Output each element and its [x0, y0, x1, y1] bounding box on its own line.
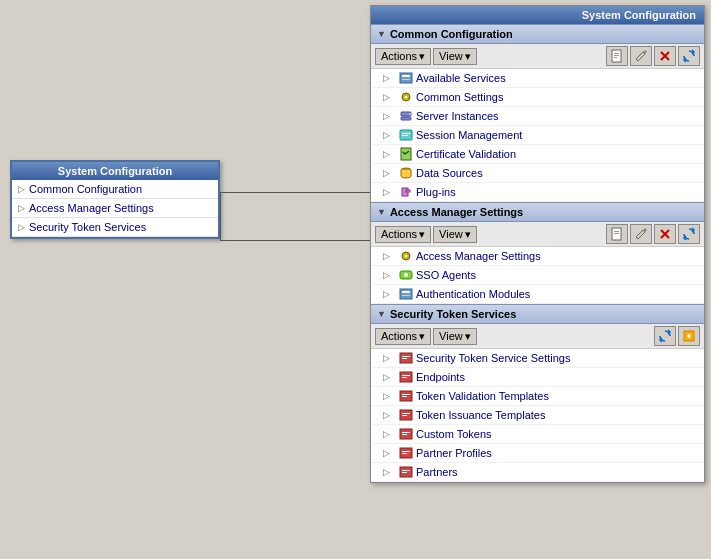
common-config-toolbar: Actions ▾ View ▾: [371, 44, 704, 69]
svg-rect-10: [401, 117, 411, 120]
section-common-config-header[interactable]: ▼ Common Configuration: [371, 24, 704, 44]
tree-item-custom-tokens[interactable]: ▷ Custom Tokens: [371, 425, 704, 444]
sts-extra-icon: [682, 329, 696, 343]
partners-icon: [399, 465, 413, 479]
svg-rect-14: [402, 135, 408, 136]
svg-rect-2: [614, 55, 619, 56]
tree-item-partner-profiles[interactable]: ▷ Partner Profiles: [371, 444, 704, 463]
sso-agents-icon: [399, 268, 413, 282]
connector-line-1: [220, 192, 370, 193]
ams-refresh-icon: [682, 227, 696, 241]
svg-rect-28: [402, 295, 410, 296]
ams-toolbar: Actions ▾ View ▾: [371, 222, 704, 247]
ams-content: ▷ Access Manager Settings ▷ SSO Agents ▷…: [371, 247, 704, 304]
svg-rect-40: [402, 413, 410, 414]
sts-view-button[interactable]: View ▾: [433, 328, 477, 345]
ams-view-button[interactable]: View ▾: [433, 226, 477, 243]
svg-rect-37: [402, 394, 410, 395]
svg-rect-41: [402, 415, 407, 416]
svg-rect-47: [402, 453, 407, 454]
tree-item-endpoints[interactable]: ▷ Endpoints: [371, 368, 704, 387]
left-item-sts-label: Security Token Services: [29, 221, 146, 233]
svg-rect-34: [402, 375, 410, 376]
custom-tokens-icon: [399, 427, 413, 441]
svg-rect-5: [402, 75, 410, 77]
tree-item-token-issuance-templates[interactable]: ▷ Token Issuance Templates: [371, 406, 704, 425]
ams-delete-icon-btn[interactable]: [654, 224, 676, 244]
data-sources-icon: [399, 166, 413, 180]
svg-rect-1: [614, 53, 619, 54]
session-management-icon: [399, 128, 413, 142]
left-item-sts[interactable]: ▷ Security Token Services: [12, 218, 218, 237]
tree-item-data-sources[interactable]: ▷ Data Sources: [371, 164, 704, 183]
common-actions-button[interactable]: Actions ▾: [375, 48, 431, 65]
svg-point-8: [405, 96, 408, 99]
svg-rect-38: [402, 396, 407, 397]
left-item-common-config[interactable]: ▷ Common Configuration: [12, 180, 218, 199]
view-dropdown-icon: ▾: [465, 50, 471, 63]
svg-point-11: [409, 113, 411, 115]
section-ams-label: Access Manager Settings: [390, 206, 523, 218]
tree-item-token-validation-templates[interactable]: ▷ Token Validation Templates: [371, 387, 704, 406]
ams-view-dropdown-icon: ▾: [465, 228, 471, 241]
common-refresh-icon-btn[interactable]: [678, 46, 700, 66]
svg-rect-20: [614, 231, 619, 232]
svg-rect-13: [402, 133, 410, 134]
section-ams-header[interactable]: ▼ Access Manager Settings: [371, 202, 704, 222]
tree-item-plugins[interactable]: ▷ Plug-ins: [371, 183, 704, 202]
common-view-button[interactable]: View ▾: [433, 48, 477, 65]
tree-item-server-instances[interactable]: ▷ Server Instances: [371, 107, 704, 126]
tree-item-sso-agents[interactable]: ▷ SSO Agents: [371, 266, 704, 285]
ams-edit-icon-btn[interactable]: [630, 224, 652, 244]
common-edit-icon-btn[interactable]: [630, 46, 652, 66]
delete-icon: [658, 49, 672, 63]
tree-item-available-services[interactable]: ▷ Available Services: [371, 69, 704, 88]
sts-view-dropdown-icon: ▾: [465, 330, 471, 343]
auth-modules-icon: [399, 287, 413, 301]
partner-profiles-icon: [399, 446, 413, 460]
collapse-sts-icon: ▼: [377, 309, 386, 319]
tree-item-ams-settings[interactable]: ▷ Access Manager Settings: [371, 247, 704, 266]
svg-rect-18: [406, 190, 410, 192]
tree-item-session-management[interactable]: ▷ Session Management: [371, 126, 704, 145]
svg-rect-27: [402, 291, 410, 293]
sts-actions-button[interactable]: Actions ▾: [375, 328, 431, 345]
ams-new-icon: [610, 227, 624, 241]
section-sts-header[interactable]: ▼ Security Token Services: [371, 304, 704, 324]
refresh-icon: [682, 49, 696, 63]
sts-refresh-icon-btn[interactable]: [654, 326, 676, 346]
svg-rect-44: [402, 434, 407, 435]
connector-line-2: [220, 240, 370, 241]
available-services-icon: [399, 71, 413, 85]
new-doc-icon: [610, 49, 624, 63]
ams-actions-button[interactable]: Actions ▾: [375, 226, 431, 243]
tree-item-certificate-validation[interactable]: ▷ Certificate Validation: [371, 145, 704, 164]
expand-arrow-access: ▷: [18, 203, 25, 213]
sts-settings-icon: [399, 351, 413, 365]
svg-point-23: [405, 255, 408, 258]
left-item-access-manager-label: Access Manager Settings: [29, 202, 154, 214]
sts-toolbar: Actions ▾ View ▾: [371, 324, 704, 349]
svg-rect-6: [402, 79, 410, 80]
left-item-common-config-label: Common Configuration: [29, 183, 142, 195]
token-issuance-icon: [399, 408, 413, 422]
tree-item-partners[interactable]: ▷ Partners: [371, 463, 704, 482]
svg-rect-3: [614, 57, 617, 58]
ams-new-icon-btn[interactable]: [606, 224, 628, 244]
common-new-icon-btn[interactable]: [606, 46, 628, 66]
svg-rect-43: [402, 432, 410, 433]
common-delete-icon-btn[interactable]: [654, 46, 676, 66]
ams-refresh-icon-btn[interactable]: [678, 224, 700, 244]
svg-rect-46: [402, 451, 410, 452]
left-item-access-manager[interactable]: ▷ Access Manager Settings: [12, 199, 218, 218]
tree-item-common-settings[interactable]: ▷ Common Settings: [371, 88, 704, 107]
section-sts-label: Security Token Services: [390, 308, 516, 320]
tree-item-auth-modules[interactable]: ▷ Authentication Modules: [371, 285, 704, 304]
plugins-icon: [399, 185, 413, 199]
sts-extra-icon-btn[interactable]: [678, 326, 700, 346]
expand-arrow-common: ▷: [18, 184, 25, 194]
tree-item-sts-settings[interactable]: ▷ Security Token Service Settings: [371, 349, 704, 368]
common-config-content: ▷ Available Services ▷ Common Settings ▷…: [371, 69, 704, 202]
section-common-config-label: Common Configuration: [390, 28, 513, 40]
ams-settings-icon: [399, 249, 413, 263]
